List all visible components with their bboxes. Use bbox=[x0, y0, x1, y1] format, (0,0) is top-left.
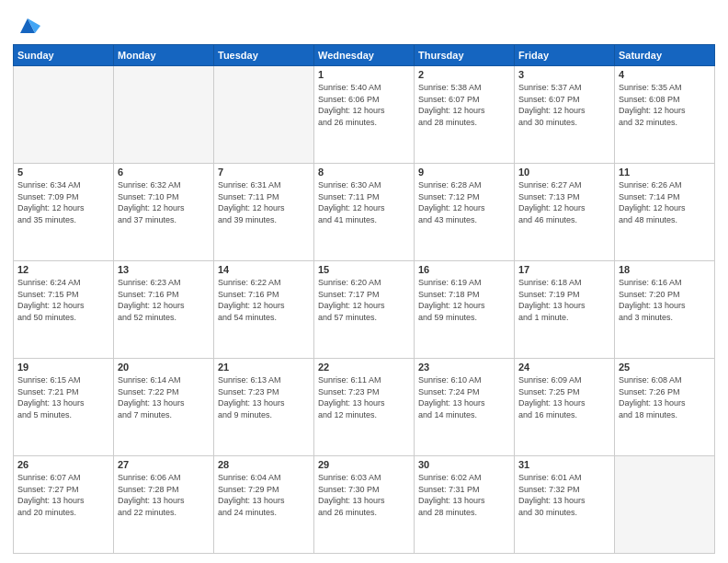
calendar-cell: 10Sunrise: 6:27 AM Sunset: 7:13 PM Dayli… bbox=[515, 164, 615, 261]
day-number: 10 bbox=[518, 167, 610, 178]
day-info: Sunrise: 6:07 AM Sunset: 7:27 PM Dayligh… bbox=[17, 472, 109, 518]
calendar-cell: 5Sunrise: 6:34 AM Sunset: 7:09 PM Daylig… bbox=[14, 164, 114, 261]
calendar-cell: 29Sunrise: 6:03 AM Sunset: 7:30 PM Dayli… bbox=[314, 456, 415, 554]
day-number: 22 bbox=[318, 362, 410, 373]
calendar-cell: 16Sunrise: 6:19 AM Sunset: 7:18 PM Dayli… bbox=[415, 261, 515, 359]
day-number: 28 bbox=[218, 459, 310, 470]
calendar-cell: 23Sunrise: 6:10 AM Sunset: 7:24 PM Dayli… bbox=[415, 359, 515, 456]
calendar-cell bbox=[114, 66, 214, 164]
calendar-cell: 11Sunrise: 6:26 AM Sunset: 7:14 PM Dayli… bbox=[615, 164, 715, 261]
day-info: Sunrise: 6:01 AM Sunset: 7:32 PM Dayligh… bbox=[518, 472, 610, 518]
day-number: 12 bbox=[17, 264, 109, 275]
day-number: 29 bbox=[318, 459, 410, 470]
calendar-cell: 2Sunrise: 5:38 AM Sunset: 6:07 PM Daylig… bbox=[415, 66, 515, 164]
day-number: 20 bbox=[118, 362, 210, 373]
day-info: Sunrise: 6:23 AM Sunset: 7:16 PM Dayligh… bbox=[118, 277, 210, 323]
logo bbox=[13, 13, 40, 39]
calendar-cell: 22Sunrise: 6:11 AM Sunset: 7:23 PM Dayli… bbox=[314, 359, 415, 456]
calendar-cell: 30Sunrise: 6:02 AM Sunset: 7:31 PM Dayli… bbox=[415, 456, 515, 554]
day-number: 23 bbox=[418, 362, 510, 373]
calendar-cell bbox=[615, 456, 715, 554]
day-info: Sunrise: 6:09 AM Sunset: 7:25 PM Dayligh… bbox=[518, 374, 610, 420]
day-info: Sunrise: 6:24 AM Sunset: 7:15 PM Dayligh… bbox=[17, 277, 109, 323]
day-info: Sunrise: 6:28 AM Sunset: 7:12 PM Dayligh… bbox=[418, 179, 510, 225]
day-info: Sunrise: 6:22 AM Sunset: 7:16 PM Dayligh… bbox=[218, 277, 310, 323]
week-row-2: 12Sunrise: 6:24 AM Sunset: 7:15 PM Dayli… bbox=[14, 261, 715, 359]
day-number: 3 bbox=[518, 69, 610, 80]
day-info: Sunrise: 6:27 AM Sunset: 7:13 PM Dayligh… bbox=[518, 179, 610, 225]
week-row-0: 1Sunrise: 5:40 AM Sunset: 6:06 PM Daylig… bbox=[14, 66, 715, 164]
day-number: 18 bbox=[619, 264, 711, 275]
day-info: Sunrise: 6:16 AM Sunset: 7:20 PM Dayligh… bbox=[619, 277, 711, 323]
day-info: Sunrise: 6:26 AM Sunset: 7:14 PM Dayligh… bbox=[619, 179, 711, 225]
calendar-cell: 3Sunrise: 5:37 AM Sunset: 6:07 PM Daylig… bbox=[515, 66, 615, 164]
day-info: Sunrise: 6:03 AM Sunset: 7:30 PM Dayligh… bbox=[318, 472, 410, 518]
day-info: Sunrise: 6:34 AM Sunset: 7:09 PM Dayligh… bbox=[17, 179, 109, 225]
day-number: 19 bbox=[17, 362, 109, 373]
day-number: 21 bbox=[218, 362, 310, 373]
calendar-cell: 25Sunrise: 6:08 AM Sunset: 7:26 PM Dayli… bbox=[615, 359, 715, 456]
day-number: 2 bbox=[418, 69, 510, 80]
calendar-cell: 14Sunrise: 6:22 AM Sunset: 7:16 PM Dayli… bbox=[214, 261, 314, 359]
calendar-cell: 31Sunrise: 6:01 AM Sunset: 7:32 PM Dayli… bbox=[515, 456, 615, 554]
day-info: Sunrise: 6:20 AM Sunset: 7:17 PM Dayligh… bbox=[318, 277, 410, 323]
calendar-cell: 24Sunrise: 6:09 AM Sunset: 7:25 PM Dayli… bbox=[515, 359, 615, 456]
day-info: Sunrise: 5:38 AM Sunset: 6:07 PM Dayligh… bbox=[418, 82, 510, 128]
day-info: Sunrise: 6:30 AM Sunset: 7:11 PM Dayligh… bbox=[318, 179, 410, 225]
day-info: Sunrise: 6:13 AM Sunset: 7:23 PM Dayligh… bbox=[218, 374, 310, 420]
calendar-cell: 17Sunrise: 6:18 AM Sunset: 7:19 PM Dayli… bbox=[515, 261, 615, 359]
day-info: Sunrise: 6:11 AM Sunset: 7:23 PM Dayligh… bbox=[318, 374, 410, 420]
day-number: 1 bbox=[318, 69, 410, 80]
calendar-cell: 13Sunrise: 6:23 AM Sunset: 7:16 PM Dayli… bbox=[114, 261, 214, 359]
logo-icon bbox=[15, 13, 40, 39]
day-info: Sunrise: 6:04 AM Sunset: 7:29 PM Dayligh… bbox=[218, 472, 310, 518]
day-info: Sunrise: 6:06 AM Sunset: 7:28 PM Dayligh… bbox=[118, 472, 210, 518]
calendar-table: SundayMondayTuesdayWednesdayThursdayFrid… bbox=[13, 44, 715, 554]
day-number: 15 bbox=[318, 264, 410, 275]
day-info: Sunrise: 5:37 AM Sunset: 6:07 PM Dayligh… bbox=[518, 82, 610, 128]
day-info: Sunrise: 5:40 AM Sunset: 6:06 PM Dayligh… bbox=[318, 82, 410, 128]
day-info: Sunrise: 6:32 AM Sunset: 7:10 PM Dayligh… bbox=[118, 179, 210, 225]
calendar-cell: 15Sunrise: 6:20 AM Sunset: 7:17 PM Dayli… bbox=[314, 261, 415, 359]
weekday-header-wednesday: Wednesday bbox=[314, 45, 415, 66]
calendar-cell: 4Sunrise: 5:35 AM Sunset: 6:08 PM Daylig… bbox=[615, 66, 715, 164]
week-row-1: 5Sunrise: 6:34 AM Sunset: 7:09 PM Daylig… bbox=[14, 164, 715, 261]
day-info: Sunrise: 6:14 AM Sunset: 7:22 PM Dayligh… bbox=[118, 374, 210, 420]
calendar-cell: 1Sunrise: 5:40 AM Sunset: 6:06 PM Daylig… bbox=[314, 66, 415, 164]
calendar-cell: 26Sunrise: 6:07 AM Sunset: 7:27 PM Dayli… bbox=[14, 456, 114, 554]
calendar-cell: 12Sunrise: 6:24 AM Sunset: 7:15 PM Dayli… bbox=[14, 261, 114, 359]
day-number: 31 bbox=[518, 459, 610, 470]
day-info: Sunrise: 6:15 AM Sunset: 7:21 PM Dayligh… bbox=[17, 374, 109, 420]
calendar-cell bbox=[14, 66, 114, 164]
page: SundayMondayTuesdayWednesdayThursdayFrid… bbox=[0, 0, 728, 563]
calendar-cell: 21Sunrise: 6:13 AM Sunset: 7:23 PM Dayli… bbox=[214, 359, 314, 456]
calendar-cell: 28Sunrise: 6:04 AM Sunset: 7:29 PM Dayli… bbox=[214, 456, 314, 554]
day-number: 11 bbox=[619, 167, 711, 178]
day-info: Sunrise: 6:02 AM Sunset: 7:31 PM Dayligh… bbox=[418, 472, 510, 518]
calendar-cell: 18Sunrise: 6:16 AM Sunset: 7:20 PM Dayli… bbox=[615, 261, 715, 359]
day-number: 4 bbox=[619, 69, 711, 80]
day-number: 24 bbox=[518, 362, 610, 373]
calendar-cell: 8Sunrise: 6:30 AM Sunset: 7:11 PM Daylig… bbox=[314, 164, 415, 261]
calendar-cell: 7Sunrise: 6:31 AM Sunset: 7:11 PM Daylig… bbox=[214, 164, 314, 261]
day-number: 13 bbox=[118, 264, 210, 275]
week-row-3: 19Sunrise: 6:15 AM Sunset: 7:21 PM Dayli… bbox=[14, 359, 715, 456]
day-number: 7 bbox=[218, 167, 310, 178]
header bbox=[13, 9, 715, 39]
calendar-cell bbox=[214, 66, 314, 164]
weekday-header-saturday: Saturday bbox=[615, 45, 715, 66]
day-number: 26 bbox=[17, 459, 109, 470]
day-number: 25 bbox=[619, 362, 711, 373]
weekday-header-monday: Monday bbox=[114, 45, 214, 66]
day-info: Sunrise: 6:18 AM Sunset: 7:19 PM Dayligh… bbox=[518, 277, 610, 323]
day-info: Sunrise: 5:35 AM Sunset: 6:08 PM Dayligh… bbox=[619, 82, 711, 128]
calendar-cell: 6Sunrise: 6:32 AM Sunset: 7:10 PM Daylig… bbox=[114, 164, 214, 261]
calendar-cell: 27Sunrise: 6:06 AM Sunset: 7:28 PM Dayli… bbox=[114, 456, 214, 554]
day-number: 6 bbox=[118, 167, 210, 178]
day-number: 30 bbox=[418, 459, 510, 470]
day-number: 14 bbox=[218, 264, 310, 275]
weekday-header-row: SundayMondayTuesdayWednesdayThursdayFrid… bbox=[14, 45, 715, 66]
weekday-header-tuesday: Tuesday bbox=[214, 45, 314, 66]
day-number: 27 bbox=[118, 459, 210, 470]
day-number: 8 bbox=[318, 167, 410, 178]
